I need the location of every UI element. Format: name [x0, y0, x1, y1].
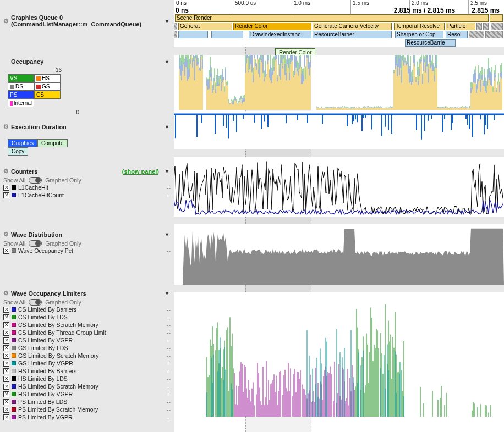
track-gen-cam-vel[interactable]: Generate Camera Velocity [313, 23, 392, 30]
track-drawindexed[interactable]: DrawIndexedInstanc [249, 31, 311, 38]
checkbox-icon[interactable]: ✕ [3, 248, 9, 254]
legend-graphics: Graphics [8, 139, 37, 147]
exec-graph[interactable] [174, 111, 504, 149]
graphed-only-toggle[interactable] [29, 240, 42, 247]
counters-graph[interactable] [174, 157, 504, 217]
checkbox-icon[interactable]: ✕ [3, 337, 9, 344]
checkbox-icon[interactable]: ✕ [3, 314, 9, 320]
limiters-title: Wave Occupancy Limiters [11, 290, 163, 297]
counter-row[interactable]: ✕ CS Limited By Thread Group Limit -- [3, 329, 171, 336]
checkbox-icon[interactable]: ✕ [3, 391, 9, 397]
counter-row[interactable]: ✕ HS Limited By Barriers -- [3, 367, 171, 375]
chevron-down-icon[interactable]: ▾ [166, 168, 168, 174]
checkbox-icon[interactable]: ✕ [3, 192, 9, 198]
checkbox-icon[interactable]: ✕ [3, 330, 9, 336]
counter-row[interactable]: ✕ L1CacheHitCount -- [3, 191, 171, 199]
checkbox-icon[interactable]: ✕ [3, 384, 9, 390]
graphed-only-toggle[interactable] [29, 299, 42, 306]
wavedist-title: Wave Distribution [11, 231, 163, 238]
checkbox-icon[interactable]: ✕ [3, 368, 9, 374]
counter-row[interactable]: ✕ GS Limited By Scratch Memory -- [3, 352, 171, 359]
counter-row[interactable]: ✕ L1CacheHit -- [3, 184, 171, 191]
track-resol[interactable]: Resol [446, 31, 468, 38]
show-panel-link[interactable]: (show panel) [122, 168, 159, 175]
checkbox-icon[interactable]: ✕ [3, 185, 9, 191]
counter-value: -- [167, 406, 171, 413]
track-sharpen[interactable]: Sharpen or Cop [395, 31, 443, 38]
counter-value: -- [167, 314, 171, 320]
color-swatch [12, 407, 16, 412]
counter-row[interactable]: ✕ Wave Occupancy Pct -- [3, 247, 171, 254]
track-resourcebarrier[interactable]: ResourceBarrier [313, 31, 392, 38]
counter-row[interactable]: ✕ CS Limited By Barriers -- [3, 306, 171, 313]
counter-row[interactable]: ✕ GS Limited By VGPR -- [3, 359, 171, 367]
event-tracks[interactable]: Scene Render Generat Render Color Genera… [174, 14, 504, 47]
counter-value: -- [167, 414, 171, 420]
checkbox-icon[interactable]: ✕ [3, 353, 9, 359]
occupancy-title: Occupancy [3, 58, 163, 65]
counter-label: HS Limited By Scratch Memory [18, 383, 165, 390]
chevron-down-icon[interactable]: ▾ [166, 59, 168, 65]
section-wave-dist[interactable]: ⚙ Wave Distribution ▾ [3, 231, 171, 238]
counters-filter: Show All Graphed Only [3, 177, 171, 184]
section-occupancy[interactable]: Occupancy ▾ [3, 58, 171, 65]
checkbox-icon[interactable]: ✕ [3, 345, 9, 351]
track-block[interactable] [490, 14, 503, 22]
track-particle[interactable]: Particle [446, 23, 475, 30]
gear-icon[interactable]: ⚙ [3, 123, 9, 130]
counter-row[interactable]: ✕ HS Limited By VGPR -- [3, 390, 171, 398]
graphed-only-toggle[interactable] [29, 177, 42, 184]
section-counters[interactable]: ⚙ Counters (show panel) ▾ [3, 168, 171, 175]
chevron-down-icon[interactable]: ▾ [166, 231, 168, 237]
counter-row[interactable]: ✕ CS Limited By LDS -- [3, 313, 171, 321]
counter-value: -- [167, 352, 171, 359]
counter-row[interactable]: ✕ HS Limited By Scratch Memory -- [3, 383, 171, 390]
ruler-tick: 1.0 ms [292, 0, 310, 14]
counter-label: GS Limited By VGPR [18, 360, 165, 367]
counter-row[interactable]: ✕ PS Limited By Scratch Memory -- [3, 406, 171, 413]
counter-label: Wave Occupancy Pct [18, 247, 165, 254]
checkbox-icon[interactable]: ✕ [3, 307, 9, 313]
ruler-start: 0 ns [176, 7, 189, 14]
checkbox-icon[interactable]: ✕ [3, 407, 9, 413]
chevron-down-icon[interactable]: ▾ [166, 124, 168, 130]
color-swatch [12, 346, 16, 350]
legend-ds: DS [8, 82, 34, 91]
legend-compute: Compute [37, 139, 68, 147]
counter-row[interactable]: ✕ CS Limited By VGPR -- [3, 336, 171, 344]
counter-label: L1CacheHit [18, 184, 165, 191]
track-temporal[interactable]: Temporal Resolve [394, 23, 445, 30]
track-resourcebarrier2[interactable]: ResourceBarrie [405, 39, 456, 47]
chevron-down-icon[interactable]: ▾ [166, 290, 168, 296]
occupancy-graph[interactable] [174, 55, 504, 110]
counter-label: HS Limited By Barriers [18, 368, 165, 374]
track-render-color[interactable]: Render Color [233, 23, 311, 30]
track-generate[interactable]: Generat [178, 23, 232, 30]
section-limiters[interactable]: ⚙ Wave Occupancy Limiters ▾ [3, 290, 171, 297]
limiters-graph[interactable] [174, 292, 504, 417]
section-graphics-queue[interactable]: ⚙ Graphics Queue 0 (CommandListManager::… [3, 14, 171, 27]
chevron-down-icon[interactable]: ▾ [166, 18, 168, 24]
wavedist-graph[interactable] [174, 224, 504, 285]
checkbox-icon[interactable]: ✕ [3, 414, 9, 420]
counter-row[interactable]: ✕ PS Limited By VGPR -- [3, 413, 171, 421]
gear-icon[interactable]: ⚙ [3, 18, 9, 25]
gear-icon[interactable]: ⚙ [3, 290, 9, 297]
color-swatch [12, 353, 16, 358]
checkbox-icon[interactable]: ✕ [3, 361, 9, 367]
checkbox-icon[interactable]: ✕ [3, 376, 9, 382]
counter-value: -- [167, 322, 171, 328]
gear-icon[interactable]: ⚙ [3, 231, 9, 238]
time-ruler[interactable]: 0 ns500.0 us1.0 ms1.5 ms2.0 ms2.5 ms 0 n… [174, 0, 504, 14]
counter-row[interactable]: ✕ HS Limited By LDS -- [3, 375, 171, 383]
counter-label: PS Limited By Scratch Memory [18, 406, 165, 413]
checkbox-icon[interactable]: ✕ [3, 322, 9, 328]
checkbox-icon[interactable]: ✕ [3, 399, 9, 405]
counter-row[interactable]: ✕ CS Limited By Scratch Memory -- [3, 321, 171, 329]
counter-row[interactable]: ✕ PS Limited By LDS -- [3, 398, 171, 406]
track-scene-render[interactable]: Scene Render [175, 14, 489, 22]
gear-icon[interactable]: ⚙ [3, 168, 9, 175]
section-exec-duration[interactable]: ⚙ Execution Duration ▾ [3, 123, 171, 130]
counter-value: -- [167, 391, 171, 397]
counter-row[interactable]: ✕ GS Limited By LDS -- [3, 344, 171, 352]
